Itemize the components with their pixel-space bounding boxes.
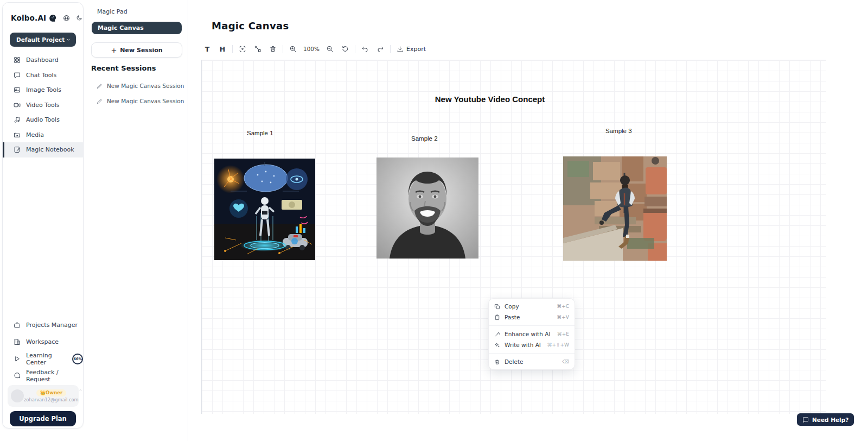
zoom-out-button[interactable] [324, 43, 336, 55]
tab-magic-canvas[interactable]: Magic Canvas [92, 22, 182, 34]
sidebar-item-workspace[interactable]: Workspace [3, 333, 83, 350]
canvas-image-sample-3[interactable] [563, 156, 667, 261]
image-icon [14, 86, 21, 93]
context-menu-item-delete[interactable]: Delete ⌫ [489, 356, 575, 367]
session-item-label: New Magic Canvas Session [107, 83, 184, 89]
sample-2-label[interactable]: Sample 2 [411, 135, 438, 142]
new-session-button[interactable]: + New Session [91, 42, 182, 58]
sidebar-item-magic-notebook[interactable]: Magic Notebook [3, 142, 83, 158]
sample-1-label[interactable]: Sample 1 [247, 130, 273, 136]
context-menu-item-write-with-ai[interactable]: Write with AI ⌘+⇧+W [489, 339, 575, 350]
sidebar-item-feedback[interactable]: Feedback / Request [3, 367, 83, 384]
canvas-image-sample-2[interactable] [376, 158, 478, 259]
upgrade-plan-button[interactable]: Upgrade Plan [10, 411, 76, 426]
video-icon [14, 102, 21, 109]
sidebar-item-audio-tools[interactable]: Audio Tools [3, 112, 83, 128]
zoom-in-button[interactable] [287, 43, 299, 55]
sample-3-label[interactable]: Sample 3 [605, 128, 632, 134]
context-item-shortcut: ⌘+C [557, 304, 569, 309]
sidebar-item-learning-center[interactable]: Learning Center 66% [3, 350, 83, 367]
flow-connector-button[interactable] [252, 43, 264, 55]
sidebar-footer-nav: Projects Manager Workspace Learning Cent… [3, 317, 83, 384]
context-item-shortcut: ⌘+V [557, 314, 569, 320]
zoom-level-value[interactable]: 100% [299, 46, 324, 52]
paste-icon [494, 314, 500, 320]
user-account-card[interactable]: 👑Owner zoharvan12@gmail.com [8, 385, 79, 407]
crown-icon: 👑 [40, 390, 46, 395]
learning-progress-badge: 66% [72, 354, 83, 364]
sidebar-item-label: Workspace [26, 338, 59, 345]
user-meta: 👑Owner zoharvan12@gmail.com [24, 389, 79, 402]
sidebar-item-projects-manager[interactable]: Projects Manager [3, 317, 83, 333]
sidebar-item-label: Learning Center [26, 352, 66, 366]
chevron-up-icon [79, 388, 82, 392]
session-list-item[interactable]: New Magic Canvas Session [97, 98, 184, 104]
feedback-bubble-icon [14, 372, 21, 379]
context-item-label: Enhance with AI [505, 331, 551, 337]
sparkles-icon [494, 342, 500, 348]
select-region-button[interactable] [237, 43, 248, 55]
reset-view-button[interactable] [339, 43, 351, 55]
avatar [11, 389, 24, 402]
toolbar-divider [390, 45, 391, 53]
tab-magic-pad[interactable]: Magic Pad [97, 8, 127, 15]
pencil-icon [97, 98, 103, 104]
sidebar-nav: Dashboard Chat Tools Image Tools Video T… [3, 53, 83, 158]
text-tool-button[interactable]: T [201, 43, 213, 55]
sidebar-item-media[interactable]: Media [3, 128, 83, 143]
redo-button[interactable] [374, 43, 386, 55]
upgrade-plan-label: Upgrade Plan [19, 415, 67, 423]
sidebar-item-video-tools[interactable]: Video Tools [3, 98, 83, 113]
canvas-text-title[interactable]: New Youtube Video Concept [430, 94, 550, 104]
toolbar-divider [283, 45, 283, 53]
trash-icon [494, 359, 500, 365]
delete-tool-button[interactable] [267, 43, 279, 55]
sidebar-item-label: Magic Notebook [26, 146, 74, 153]
dashboard-icon [14, 56, 21, 64]
context-menu-divider [489, 325, 575, 326]
sidebar-item-label: Dashboard [26, 56, 59, 64]
heading-tool-button[interactable]: H [216, 43, 228, 55]
context-menu-item-enhance-with-ai[interactable]: Enhance with AI ⌘+E [489, 329, 575, 339]
owner-role-badge: 👑Owner [36, 389, 67, 396]
context-menu-item-copy[interactable]: Copy ⌘+C [489, 301, 575, 312]
sidebar-item-label: Chat Tools [26, 72, 56, 79]
chat-help-icon [802, 417, 809, 423]
magic-wand-icon [494, 331, 500, 337]
pencil-icon [97, 83, 103, 89]
language-globe-icon[interactable] [63, 15, 70, 22]
toolbar-divider [232, 45, 233, 53]
session-list-item[interactable]: New Magic Canvas Session [97, 83, 184, 89]
undo-button[interactable] [359, 43, 371, 55]
brand-logo: Kolbo.AI [11, 14, 46, 22]
context-menu-divider [489, 353, 575, 354]
toolbar-divider [355, 45, 355, 53]
dark-mode-moon-icon[interactable] [76, 15, 82, 21]
canvas-image-sample-1[interactable] [214, 159, 315, 260]
sidebar-item-image-tools[interactable]: Image Tools [3, 83, 83, 98]
context-menu-item-paste[interactable]: Paste ⌘+V [489, 312, 575, 323]
context-item-shortcut: ⌫ [562, 359, 569, 364]
canvas-grid-area[interactable]: New Youtube Video Concept Sample 1 Sampl… [201, 60, 826, 414]
sidebar-item-label: Audio Tools [26, 116, 60, 123]
sidebar-item-chat-tools[interactable]: Chat Tools [3, 68, 83, 83]
export-button[interactable]: Export [394, 46, 428, 53]
export-label: Export [406, 46, 426, 53]
play-icon [14, 355, 21, 362]
main-content: Magic Canvas T H 100% Export New Youtube… [188, 0, 868, 441]
need-help-button[interactable]: Need Help? [797, 413, 854, 426]
notebook-icon [14, 146, 21, 153]
project-selector[interactable]: Default Project [10, 33, 76, 47]
context-item-label: Copy [505, 303, 519, 310]
sidebar-item-label: Video Tools [26, 102, 59, 109]
new-session-label: New Session [120, 47, 162, 54]
tab-magic-canvas-label: Magic Canvas [98, 24, 144, 32]
sidebar-item-label: Image Tools [26, 86, 61, 93]
brand-row: Kolbo.AI [11, 14, 77, 22]
page-title: Magic Canvas [212, 20, 289, 32]
media-folder-icon [14, 131, 21, 138]
sidebar-item-dashboard[interactable]: Dashboard [3, 53, 83, 68]
copy-icon [494, 304, 500, 310]
need-help-label: Need Help? [812, 417, 848, 423]
context-item-label: Paste [505, 314, 520, 320]
